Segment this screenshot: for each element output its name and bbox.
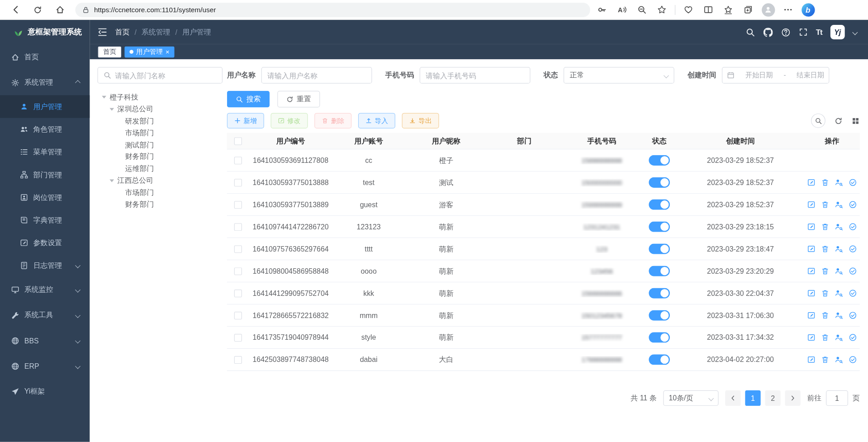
status-toggle[interactable]: [649, 244, 670, 254]
breadcrumb-item[interactable]: 系统管理: [142, 27, 171, 37]
page-button-1[interactable]: 1: [745, 390, 760, 406]
date-range-picker[interactable]: 开始日期 - 结束日期: [722, 67, 829, 84]
select-all-checkbox[interactable]: [234, 137, 242, 145]
edit-icon[interactable]: [807, 245, 815, 253]
status-toggle[interactable]: [649, 266, 670, 276]
tree-node-江西总公司[interactable]: 江西总公司: [97, 175, 223, 186]
sidebar-item-ERP[interactable]: ERP: [0, 353, 90, 379]
browser-home-button[interactable]: [49, 1, 71, 18]
chevron-down-icon[interactable]: [852, 29, 858, 35]
sidebar-item-用户管理[interactable]: 用户管理: [0, 95, 90, 118]
favorite-star-icon[interactable]: [653, 2, 670, 17]
tree-node-运维部门[interactable]: 运维部门: [97, 163, 223, 175]
reset-password-icon[interactable]: [835, 200, 843, 209]
assign-role-icon[interactable]: [849, 245, 857, 253]
search-button[interactable]: 搜索: [227, 91, 270, 108]
status-toggle[interactable]: [649, 155, 670, 166]
tree-node-深圳总公司[interactable]: 深圳总公司: [97, 103, 223, 115]
assign-role-icon[interactable]: [849, 223, 857, 231]
delete-icon[interactable]: [821, 289, 829, 297]
sidebar-item-Yi框架[interactable]: Yi框架: [0, 379, 90, 404]
sidebar-item-字典管理[interactable]: 字典管理: [0, 209, 90, 231]
delete-button[interactable]: 删除: [314, 113, 351, 128]
edit-icon[interactable]: [807, 333, 815, 342]
reset-password-icon[interactable]: [835, 223, 843, 231]
split-screen-icon[interactable]: [700, 2, 717, 17]
breadcrumb-item[interactable]: 首页: [115, 27, 130, 37]
tree-node-测试部门[interactable]: 测试部门: [97, 139, 223, 151]
settings-menu-icon[interactable]: [779, 2, 797, 17]
status-select[interactable]: 正常: [564, 67, 674, 84]
sidebar-item-系统监控[interactable]: 系统监控: [0, 277, 90, 302]
import-button[interactable]: 导入: [358, 113, 395, 128]
row-checkbox[interactable]: [234, 201, 242, 209]
delete-icon[interactable]: [821, 178, 829, 186]
collapse-menu-icon[interactable]: [97, 27, 107, 37]
dept-search-input[interactable]: [115, 71, 217, 79]
delete-icon[interactable]: [821, 267, 829, 275]
sidebar-item-角色管理[interactable]: 角色管理: [0, 118, 90, 141]
address-bar[interactable]: https://ccnetcore.com:1101/system/user: [75, 3, 590, 17]
password-key-icon[interactable]: [593, 2, 611, 17]
row-checkbox[interactable]: [234, 289, 242, 297]
row-checkbox[interactable]: [234, 333, 242, 341]
browser-essentials-icon[interactable]: [680, 2, 697, 17]
assign-role-icon[interactable]: [849, 356, 857, 364]
edit-icon[interactable]: [807, 289, 815, 297]
assign-role-icon[interactable]: [849, 200, 857, 209]
edit-icon[interactable]: [807, 223, 815, 231]
status-toggle[interactable]: [649, 288, 670, 298]
delete-icon[interactable]: [821, 245, 829, 253]
edit-icon[interactable]: [807, 178, 815, 186]
status-toggle[interactable]: [649, 354, 670, 365]
sidebar-item-菜单管理[interactable]: 菜单管理: [0, 141, 90, 163]
tree-node-市场部门[interactable]: 市场部门: [97, 127, 223, 139]
row-checkbox[interactable]: [234, 267, 242, 275]
status-toggle[interactable]: [649, 310, 670, 320]
page-button-2[interactable]: 2: [765, 390, 780, 406]
github-icon[interactable]: [763, 28, 773, 37]
sidebar-item-BBS[interactable]: BBS: [0, 328, 90, 353]
assign-role-icon[interactable]: [849, 267, 857, 275]
tree-node-财务部门[interactable]: 财务部门: [97, 151, 223, 163]
copilot-button[interactable]: b: [799, 2, 816, 17]
read-aloud-icon[interactable]: A: [613, 2, 631, 17]
delete-icon[interactable]: [821, 333, 829, 342]
reset-password-icon[interactable]: [835, 356, 843, 364]
browser-refresh-button[interactable]: [27, 1, 49, 18]
status-toggle[interactable]: [649, 177, 670, 188]
user-avatar[interactable]: Yj: [830, 25, 845, 39]
tree-node-研发部门[interactable]: 研发部门: [97, 115, 223, 127]
assign-role-icon[interactable]: [849, 178, 857, 186]
next-page-button[interactable]: [785, 390, 800, 406]
username-input[interactable]: [267, 71, 366, 79]
caret-down-icon[interactable]: [109, 108, 114, 110]
row-checkbox[interactable]: [234, 245, 242, 253]
add-button[interactable]: 新增: [227, 113, 264, 128]
row-checkbox[interactable]: [234, 157, 242, 164]
delete-icon[interactable]: [821, 223, 829, 231]
tree-node-橙子科技[interactable]: 橙子科技: [97, 91, 223, 103]
close-tab-icon[interactable]: ×: [166, 48, 170, 55]
status-toggle[interactable]: [649, 332, 670, 342]
tab-首页[interactable]: 首页: [98, 46, 121, 57]
sidebar-item-系统管理[interactable]: 系统管理: [0, 70, 90, 95]
fullscreen-icon[interactable]: [799, 28, 808, 37]
reset-button[interactable]: 重置: [277, 91, 320, 108]
modify-button[interactable]: 修改: [270, 113, 308, 128]
row-checkbox[interactable]: [234, 223, 242, 231]
goto-page-input[interactable]: [826, 390, 848, 406]
sidebar-item-岗位管理[interactable]: 岗位管理: [0, 186, 90, 209]
favorites-bar-icon[interactable]: [720, 2, 737, 17]
sidebar-item-日志管理[interactable]: 日志管理: [0, 254, 90, 277]
delete-icon[interactable]: [821, 311, 829, 319]
collections-icon[interactable]: [740, 2, 757, 17]
profile-avatar[interactable]: [759, 2, 777, 17]
tree-node-财务部门[interactable]: 财务部门: [97, 199, 223, 210]
help-icon[interactable]: [781, 28, 791, 37]
search-icon[interactable]: [745, 28, 755, 37]
page-size-select[interactable]: 10条/页: [663, 390, 718, 406]
browser-back-button[interactable]: [5, 1, 27, 18]
reset-password-icon[interactable]: [835, 311, 843, 319]
assign-role-icon[interactable]: [849, 333, 857, 342]
